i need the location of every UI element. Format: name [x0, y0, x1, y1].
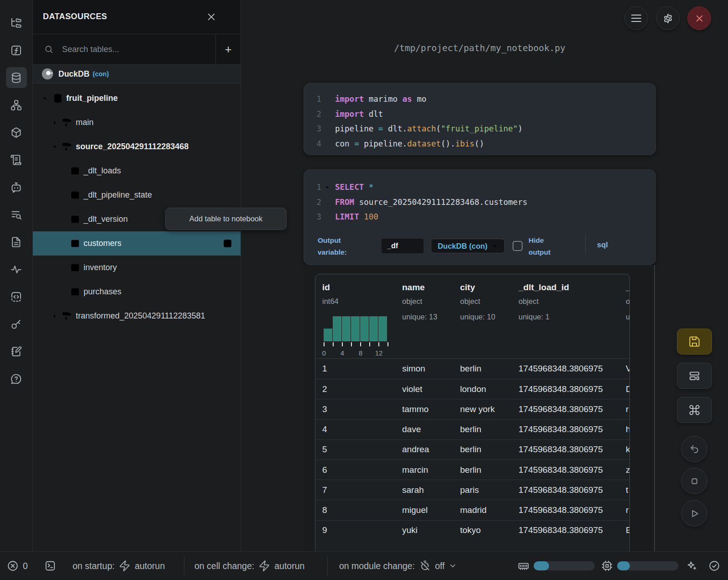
- tree-item-main[interactable]: main: [33, 110, 241, 135]
- on-startup-setting[interactable]: on startup: autorun: [73, 560, 165, 572]
- interrupt-button[interactable]: [681, 468, 707, 494]
- ai-assist-button[interactable]: [686, 560, 697, 572]
- result-table[interactable]: idint6404812nameobjectunique: 13cityobje…: [315, 274, 630, 551]
- chevron-down-icon: [491, 243, 498, 250]
- chevron-down-icon[interactable]: [41, 95, 48, 102]
- tree-item-label: _dlt_pipeline_state: [84, 190, 152, 200]
- save-button[interactable]: [677, 329, 712, 355]
- chevron-down-icon[interactable]: [51, 143, 58, 151]
- close-panel-icon[interactable]: [206, 12, 216, 22]
- cell-output-area: idint6404812nameobjectunique: 13cityobje…: [304, 265, 655, 551]
- activity-item-box[interactable]: [6, 122, 27, 143]
- tree-item-_dlt_loads[interactable]: _dlt_loads: [33, 159, 241, 183]
- table-cell: V: [626, 364, 630, 374]
- tree-item-_dlt_pipeline_state[interactable]: _dlt_pipeline_state: [33, 183, 241, 207]
- app-view-button[interactable]: [677, 363, 712, 389]
- tree-item-fruit_pipeline[interactable]: fruit_pipeline: [33, 86, 241, 110]
- activity-item-key[interactable]: [6, 314, 27, 334]
- table-row[interactable]: 2violetlondon1745968348.3806975D: [315, 379, 629, 399]
- column-header-_[interactable]: _ou: [626, 274, 630, 358]
- tree-item-transformed_202504291112283581[interactable]: transformed_202504291112283581: [33, 304, 241, 328]
- tree-item-source_202504291112283468[interactable]: source_202504291112283468: [33, 135, 241, 159]
- close-x-icon: [694, 13, 705, 24]
- activity-item-database[interactable]: [6, 67, 27, 88]
- activity-item-network[interactable]: [6, 94, 27, 115]
- activity-item-file-text[interactable]: [6, 231, 27, 252]
- code-line: 2import dlt: [304, 107, 655, 122]
- table-icon: [69, 214, 81, 225]
- column-header-city[interactable]: cityobjectunique: 10: [460, 274, 519, 358]
- fold-chevron-icon[interactable]: [324, 184, 330, 191]
- tree-item-purchases[interactable]: purchases: [33, 280, 241, 304]
- settings-button[interactable]: [656, 6, 680, 30]
- connection-row[interactable]: DuckDB (con): [33, 65, 241, 84]
- table-cell: 7: [315, 485, 402, 495]
- zap-icon: [119, 560, 131, 572]
- activity-item-text-search[interactable]: [6, 204, 27, 225]
- hide-output-checkbox[interactable]: [513, 241, 523, 251]
- table-search-row: +: [33, 34, 241, 65]
- hide-output-label[interactable]: Hide output: [529, 235, 550, 258]
- search-input[interactable]: [62, 42, 213, 57]
- table-row[interactable]: 8miguelmadrid1745968348.3806975r: [315, 500, 629, 520]
- tree-item-customers[interactable]: customers: [33, 231, 241, 256]
- activity-item-message-question[interactable]: [6, 368, 27, 389]
- activity-item-notebook-pen[interactable]: [6, 341, 27, 362]
- table-cell: berlin: [460, 424, 519, 434]
- table-cell: tokyo: [460, 525, 519, 535]
- table-cell: 9: [315, 525, 402, 535]
- output-variable-input[interactable]: [382, 239, 424, 253]
- table-cell: dave: [402, 424, 460, 434]
- table-cell: sarah: [402, 485, 460, 495]
- add-datasource-button[interactable]: +: [215, 34, 241, 65]
- python-cell[interactable]: 1import marimo as mo2import dlt3pipeline…: [304, 83, 656, 155]
- activity-item-folder-tree[interactable]: [6, 12, 27, 33]
- table-row[interactable]: 1simonberlin1745968348.3806975V: [315, 359, 629, 379]
- activity-item-square-code[interactable]: [6, 286, 27, 307]
- connection-status-button[interactable]: [708, 560, 720, 572]
- on-module-change-setting[interactable]: on module change: off: [339, 560, 457, 572]
- table-cell: 1: [315, 364, 402, 374]
- code-text: SELECT *: [335, 183, 373, 192]
- table-row[interactable]: 4daveberlin1745968348.3806975h: [315, 419, 629, 439]
- table-cell: berlin: [460, 364, 519, 374]
- tree-item-label: customers: [84, 239, 121, 248]
- menu-button[interactable]: [624, 6, 648, 30]
- error-counter[interactable]: 0: [7, 560, 28, 572]
- database-icon: [52, 93, 63, 104]
- activity-item-function-square[interactable]: [6, 40, 27, 61]
- shutdown-button[interactable]: [687, 6, 711, 30]
- status-divider: [184, 557, 184, 575]
- table-row[interactable]: 5andreaberlin1745968348.3806975k: [315, 439, 629, 460]
- chevron-right-icon[interactable]: [51, 313, 58, 320]
- activity-item-activity[interactable]: [6, 259, 27, 280]
- table-cell: 8: [315, 505, 402, 515]
- activity-item-scroll-text[interactable]: [6, 149, 27, 170]
- table-cell: 5: [315, 444, 402, 455]
- terminal-button[interactable]: [44, 560, 56, 572]
- engine-select[interactable]: DuckDB (con): [431, 239, 505, 253]
- on-cell-change-setting[interactable]: on cell change: autorun: [194, 560, 304, 572]
- message-question-icon: [10, 373, 22, 385]
- column-header-id[interactable]: idint6404812: [315, 274, 402, 358]
- table-row[interactable]: 7sarahparis1745968348.3806975t: [315, 480, 629, 500]
- run-button[interactable]: [681, 500, 707, 527]
- chevron-right-icon[interactable]: [51, 119, 58, 126]
- table-row[interactable]: 3tammonew york1745968348.3806975r: [315, 399, 629, 419]
- connection-name: DuckDB: [58, 69, 89, 79]
- column-header-name[interactable]: nameobjectunique: 13: [402, 274, 460, 358]
- table-row[interactable]: 6marcinberlin1745968348.3806975z: [315, 460, 629, 480]
- tree-item-inventory[interactable]: inventory: [33, 256, 241, 280]
- column-header-_dlt_load_id[interactable]: _dlt_load_idobjectunique: 1: [519, 274, 626, 358]
- sql-cell[interactable]: 1SELECT *2FROM source_202504291112283468…: [304, 169, 656, 265]
- code-line: 1SELECT *: [304, 180, 655, 195]
- cpu-indicator: [601, 560, 678, 572]
- activity-item-bot-message[interactable]: [6, 177, 27, 198]
- undo-button[interactable]: [681, 436, 707, 462]
- notebook-path: /tmp/project/path/my_notebook.py: [304, 43, 656, 53]
- code-text: FROM source_202504291112283468.customers: [335, 198, 527, 207]
- add-table-to-notebook-button[interactable]: [222, 238, 233, 249]
- table-cell: 1745968348.3806975: [519, 444, 626, 455]
- command-palette-button[interactable]: [677, 397, 712, 423]
- table-row[interactable]: 9yukitokyo1745968348.3806975E: [315, 520, 629, 540]
